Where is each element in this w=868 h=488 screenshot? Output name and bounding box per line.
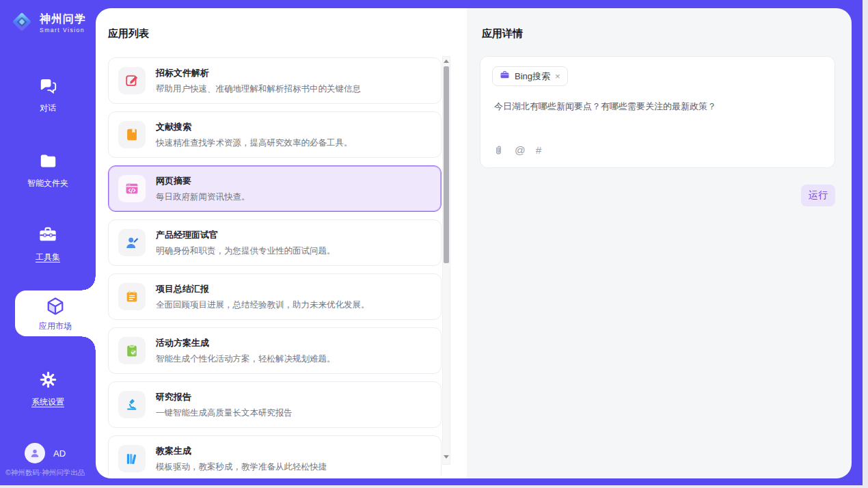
scrollbar-thumb[interactable] bbox=[444, 66, 449, 263]
browser-code-icon bbox=[118, 175, 146, 202]
app-card-title: 产品经理面试官 bbox=[156, 229, 336, 241]
avatar bbox=[25, 443, 45, 463]
sidebar-item-chat[interactable]: 对话 bbox=[0, 77, 96, 114]
book-icon bbox=[118, 121, 146, 148]
app-window: 神州问学 Smart Vision 对话 智能文件夹 bbox=[0, 0, 863, 485]
briefcase-icon bbox=[500, 70, 510, 83]
copyright-footer: ©神州数码·神州问学出品 bbox=[5, 468, 85, 478]
sidebar-item-label: 应用市场 bbox=[15, 321, 96, 332]
clipboard-check-icon bbox=[118, 337, 146, 364]
sidebar-item-settings[interactable]: 系统设置 bbox=[0, 370, 96, 408]
app-card-bid-analysis[interactable]: 招标文件解析 帮助用户快速、准确地理解和解析招标书中的关键信息 bbox=[108, 57, 442, 104]
app-detail-title: 应用详情 bbox=[482, 27, 523, 40]
main-content: 应用列表 招标文件解析 帮助用户快速、准确地理解和解析招标书中的关键信息 bbox=[96, 8, 852, 478]
sidebar-item-label: 对话 bbox=[0, 103, 96, 114]
brand-subtitle: Smart Vision bbox=[40, 27, 86, 33]
app-card-research-report[interactable]: 研究报告 一键智能生成高质量长文本研究报告 bbox=[108, 381, 442, 428]
chip-close-icon[interactable]: × bbox=[555, 72, 560, 81]
app-card-desc: 快速精准查找学术资源，提高研究效率的必备工具。 bbox=[156, 137, 353, 149]
app-card-desc: 每日政府新闻资讯快查。 bbox=[156, 191, 250, 203]
sidebar: 神州问学 Smart Vision 对话 智能文件夹 bbox=[0, 0, 96, 485]
app-card-title: 招标文件解析 bbox=[156, 67, 361, 79]
app-list-panel: 应用列表 招标文件解析 帮助用户快速、准确地理解和解析招标书中的关键信息 bbox=[96, 8, 467, 478]
app-list-title: 应用列表 bbox=[108, 27, 149, 40]
user-account[interactable]: AD bbox=[25, 443, 66, 463]
app-list-scrollbar[interactable] bbox=[442, 56, 450, 465]
app-card-title: 项目总结汇报 bbox=[156, 283, 370, 295]
query-input[interactable]: 今日湖北有哪些新闻要点？有哪些需要关注的最新政策？ bbox=[494, 100, 821, 113]
sidebar-item-toolset[interactable]: 工具集 bbox=[0, 225, 96, 263]
app-card-title: 教案生成 bbox=[156, 445, 327, 457]
app-card-title: 研究报告 bbox=[156, 391, 293, 403]
sidebar-item-label: 智能文件夹 bbox=[0, 178, 96, 189]
brand-diamond-icon bbox=[10, 10, 34, 37]
tool-chip-label: Bing搜索 bbox=[515, 70, 550, 83]
app-card-desc: 智能生成个性化活动方案，轻松解决规划难题。 bbox=[156, 353, 336, 365]
app-detail-panel: 应用详情 Bing搜索 × 今日湖北有哪些新闻要点？有哪些需要关注的最新政策？ bbox=[467, 8, 852, 478]
user-initials: AD bbox=[53, 448, 66, 459]
app-card-event-plan[interactable]: 活动方案生成 智能生成个性化活动方案，轻松解决规划难题。 bbox=[108, 327, 442, 374]
chat-icon bbox=[39, 85, 57, 97]
hash-icon[interactable]: # bbox=[536, 144, 542, 157]
pen-square-icon bbox=[118, 67, 146, 94]
mention-icon[interactable]: @ bbox=[515, 144, 526, 157]
composer-toolbar: @ # bbox=[493, 144, 541, 157]
toolbox-icon bbox=[38, 234, 57, 246]
app-card-desc: 明确身份和职责，为您提供专业性的面试问题。 bbox=[156, 245, 336, 257]
app-card-title: 活动方案生成 bbox=[156, 337, 336, 349]
app-card-title: 文献搜索 bbox=[156, 121, 353, 133]
app-card-title: 网页摘要 bbox=[156, 175, 250, 187]
sidebar-item-label: 系统设置 bbox=[0, 396, 96, 408]
paperclip-icon[interactable] bbox=[493, 145, 504, 157]
cube-icon bbox=[45, 307, 66, 318]
sidebar-item-label: 工具集 bbox=[0, 252, 96, 263]
app-card-desc: 模板驱动，教案秒成，教学准备从此轻松快捷 bbox=[156, 461, 327, 473]
app-card-desc: 帮助用户快速、准确地理解和解析招标书中的关键信息 bbox=[156, 83, 361, 95]
app-card-project-summary[interactable]: 项目总结汇报 全面回顾项目进展，总结经验教训，助力未来优化发展。 bbox=[108, 273, 442, 320]
tool-chip-bing-search[interactable]: Bing搜索 × bbox=[492, 66, 568, 86]
scroll-down-arrow-icon[interactable] bbox=[444, 455, 449, 459]
folder-icon bbox=[39, 161, 57, 172]
app-card-literature-search[interactable]: 文献搜索 快速精准查找学术资源，提高研究效率的必备工具。 bbox=[108, 111, 442, 158]
books-icon bbox=[118, 445, 146, 472]
sidebar-item-smart-folder[interactable]: 智能文件夹 bbox=[0, 152, 96, 189]
prompt-editor-card[interactable]: Bing搜索 × 今日湖北有哪些新闻要点？有哪些需要关注的最新政策？ @ # bbox=[480, 56, 835, 168]
app-card-web-summary[interactable]: 网页摘要 每日政府新闻资讯快查。 bbox=[108, 165, 442, 212]
run-button[interactable]: 运行 bbox=[801, 185, 835, 206]
app-card-desc: 全面回顾项目进展，总结经验教训，助力未来优化发展。 bbox=[156, 299, 370, 311]
report-document-icon bbox=[118, 283, 146, 310]
interviewer-person-icon bbox=[118, 229, 146, 256]
scroll-up-arrow-icon[interactable] bbox=[444, 59, 449, 63]
app-card-lesson-plan[interactable]: 教案生成 模板驱动，教案秒成，教学准备从此轻松快捷 bbox=[108, 435, 442, 476]
microscope-icon bbox=[118, 391, 146, 418]
brand-logo: 神州问学 Smart Vision bbox=[10, 10, 86, 37]
app-card-pm-interviewer[interactable]: 产品经理面试官 明确身份和职责，为您提供专业性的面试问题。 bbox=[108, 219, 442, 266]
gear-icon bbox=[39, 379, 57, 391]
brand-name: 神州问学 bbox=[40, 13, 86, 25]
sidebar-item-app-market[interactable]: 应用市场 bbox=[15, 290, 96, 336]
app-card-desc: 一键智能生成高质量长文本研究报告 bbox=[156, 407, 293, 419]
app-list: 招标文件解析 帮助用户快速、准确地理解和解析招标书中的关键信息 文献搜索 快速精… bbox=[108, 57, 442, 476]
